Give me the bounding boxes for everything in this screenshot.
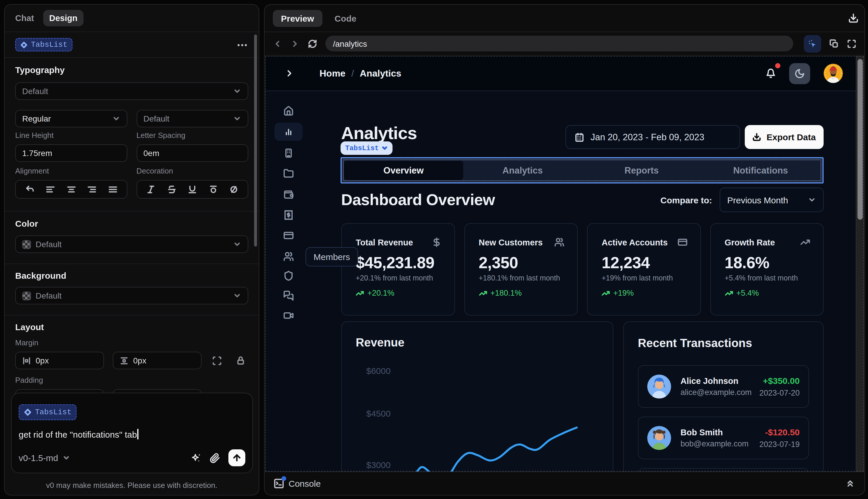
margin-x-input[interactable]: 0px: [15, 352, 104, 369]
tab-notifications[interactable]: Notifications: [701, 161, 820, 180]
fullscreen-icon[interactable]: [847, 39, 856, 48]
section-title: Dashboard Overview: [341, 191, 495, 209]
chevron-down-icon: [62, 454, 70, 462]
font-weight-select[interactable]: Regular: [15, 110, 127, 127]
model-select[interactable]: v0-1.5-md: [19, 453, 70, 463]
transaction-row[interactable]: Alice Johnson alice@example.com +$350.00…: [638, 365, 809, 408]
prompt-input[interactable]: get rid of the "notifications" tab: [19, 429, 245, 439]
y-tick: $3000: [366, 460, 390, 470]
stat-value: 18.6%: [724, 255, 809, 271]
sparkles-icon[interactable]: [191, 452, 201, 463]
download-icon[interactable]: [848, 13, 859, 23]
tab-reports[interactable]: Reports: [582, 161, 701, 180]
shield-icon: [283, 270, 294, 281]
preview-scrollbar-thumb[interactable]: [857, 59, 863, 220]
sidebar-item-home[interactable]: [274, 102, 302, 120]
reset-alignment-icon[interactable]: [25, 185, 35, 194]
stat-title: Growth Rate: [724, 238, 809, 247]
expand-margin-icon[interactable]: [212, 355, 222, 365]
avatar-image: [823, 64, 843, 83]
url-input[interactable]: /analytics: [325, 36, 793, 51]
align-center-icon[interactable]: [66, 185, 76, 194]
building-icon: [283, 147, 294, 158]
text-caret: [138, 429, 138, 439]
export-data-button[interactable]: Export Data: [745, 125, 823, 149]
inspect-cursor-icon: [808, 39, 817, 48]
line-height-input[interactable]: 1.75rem: [15, 144, 127, 162]
align-left-icon[interactable]: [46, 185, 55, 194]
paperclip-icon[interactable]: [210, 452, 220, 463]
letter-spacing-input[interactable]: 0em: [136, 144, 248, 162]
selected-component-chip[interactable]: TabsList: [15, 38, 73, 51]
more-options-icon[interactable]: •••: [237, 40, 248, 49]
forward-icon[interactable]: [290, 39, 300, 48]
send-button[interactable]: [228, 449, 245, 466]
transaction-name: Alice Johnson: [681, 376, 752, 386]
sidebar-item-members[interactable]: [274, 247, 302, 265]
tab-analytics[interactable]: Analytics: [463, 161, 582, 180]
sidebar-item-projects[interactable]: [274, 164, 302, 182]
sidebar-item-video[interactable]: [274, 306, 302, 324]
background-select[interactable]: Default: [15, 287, 248, 304]
font-select-value: Default: [22, 86, 48, 96]
chevrons-up-icon[interactable]: [845, 478, 855, 488]
tab-preview[interactable]: Preview: [273, 10, 322, 27]
lock-margin-icon[interactable]: [236, 356, 245, 365]
copy-icon[interactable]: [829, 39, 839, 48]
back-icon[interactable]: [273, 39, 282, 48]
tab-design[interactable]: Design: [43, 10, 83, 26]
prompt-composer[interactable]: TabsList get rid of the "notifications" …: [11, 393, 253, 473]
sidebar-item-messages[interactable]: [274, 286, 302, 304]
sidebar-item-billing[interactable]: [274, 206, 302, 224]
breadcrumb-home[interactable]: Home: [320, 68, 346, 78]
selected-element-badge[interactable]: TabsList: [340, 142, 392, 155]
trending-up-icon: [724, 289, 733, 297]
overline-icon[interactable]: [208, 185, 218, 194]
preview-scrollbar[interactable]: [856, 56, 864, 472]
align-justify-icon[interactable]: [108, 185, 117, 194]
panel-scrollbar[interactable]: [254, 35, 257, 246]
sidebar-item-wallet[interactable]: [274, 185, 302, 203]
sidebar-item-organization[interactable]: [274, 144, 302, 162]
sidebar-item-security[interactable]: [274, 266, 302, 284]
no-decoration-icon[interactable]: [229, 185, 239, 194]
tab-overview[interactable]: Overview: [344, 161, 463, 180]
url-value: /analytics: [333, 39, 367, 48]
font-size-select[interactable]: Default: [136, 110, 248, 127]
stat-card-growth-rate: Growth Rate 18.6% +5.4% from last month …: [710, 223, 823, 316]
italic-icon[interactable]: [146, 185, 156, 194]
layout-section-label: Layout: [5, 322, 259, 332]
date-range-picker[interactable]: Jan 20, 2023 - Feb 09, 2023: [566, 125, 740, 149]
notifications-button[interactable]: [766, 68, 776, 78]
design-panel: Chat Design TabsList ••• Typography Defa…: [4, 4, 259, 496]
composer-component-chip[interactable]: TabsList: [19, 404, 77, 420]
chevron-down-icon: [808, 196, 816, 204]
underline-icon[interactable]: [187, 185, 197, 194]
refresh-icon[interactable]: [308, 39, 317, 48]
theme-toggle[interactable]: [789, 63, 810, 84]
color-select[interactable]: Default: [15, 235, 248, 253]
console-label: Console: [288, 478, 321, 488]
diamond-icon: [24, 409, 32, 416]
sidebar-toggle-icon[interactable]: [284, 68, 294, 78]
font-select[interactable]: Default: [15, 82, 248, 100]
transaction-row-partial: [638, 468, 809, 472]
console-bar[interactable]: Console: [265, 472, 864, 494]
user-avatar[interactable]: [823, 64, 843, 83]
composer-chip-label: TabsList: [35, 408, 72, 417]
stat-value: 2,350: [479, 255, 563, 271]
revenue-line-chart: [400, 322, 610, 472]
align-right-icon[interactable]: [87, 185, 97, 194]
tab-code[interactable]: Code: [334, 13, 356, 23]
chevron-down-icon: [233, 87, 241, 95]
strikethrough-icon[interactable]: [167, 185, 176, 194]
sidebar-item-cards[interactable]: [274, 226, 302, 244]
sidebar-item-analytics[interactable]: [274, 123, 302, 141]
console-notification-dot: [282, 476, 286, 480]
compare-select[interactable]: Previous Month: [720, 187, 823, 212]
margin-y-input[interactable]: 0px: [113, 352, 201, 369]
inspect-button[interactable]: [804, 35, 821, 52]
transaction-row[interactable]: Bob Smith bob@example.com -$120.50 2023-…: [638, 417, 809, 459]
tab-chat[interactable]: Chat: [15, 13, 34, 23]
stat-title: New Customers: [479, 238, 563, 247]
